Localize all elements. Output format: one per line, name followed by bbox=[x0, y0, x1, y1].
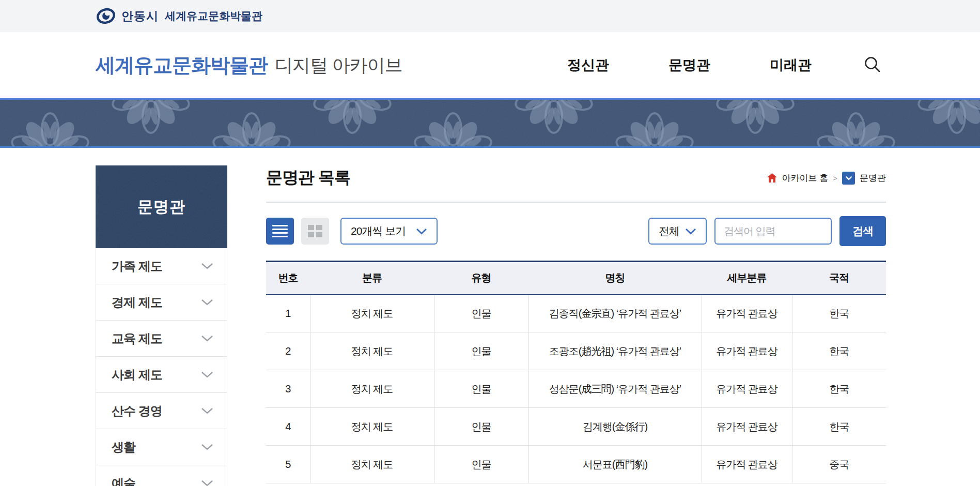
cell-category: 정치 제도 bbox=[310, 446, 434, 483]
content-area: 문명관 가족 제도 경제 제도 교육 제도 bbox=[0, 165, 980, 486]
cell-type: 인물 bbox=[434, 332, 528, 370]
site-subtitle: 디지털 아카이브 bbox=[275, 53, 402, 78]
section-divider bbox=[266, 202, 886, 203]
cell-name[interactable]: 성삼문(成三問) ‘유가적 관료상’ bbox=[528, 370, 702, 408]
list-view-button[interactable] bbox=[266, 218, 294, 245]
main-header: 세계유교문화박물관 디지털 아카이브 정신관 문명관 미래관 bbox=[0, 32, 980, 98]
sidebar-item-label: 가족 제도 bbox=[112, 258, 162, 275]
items-table: 번호 분류 유형 명칭 세부분류 국적 1 정치 제도 인물 김종직(金宗直) … bbox=[266, 261, 886, 483]
search-field-value: 전체 bbox=[659, 224, 679, 238]
table-body: 1 정치 제도 인물 김종직(金宗直) ‘유가적 관료상’ 유가적 관료상 한국… bbox=[266, 295, 886, 483]
sidebar-menu-item[interactable]: 생활 bbox=[96, 429, 227, 465]
table-row[interactable]: 1 정치 제도 인물 김종직(金宗直) ‘유가적 관료상’ 유가적 관료상 한국 bbox=[266, 295, 886, 332]
search-icon bbox=[862, 55, 883, 75]
cell-nationality: 한국 bbox=[792, 370, 886, 408]
site-title[interactable]: 세계유교문화박물관 bbox=[96, 52, 268, 79]
sidebar-item-label: 경제 제도 bbox=[112, 294, 162, 311]
sidebar-item-label: 사회 제도 bbox=[112, 367, 162, 383]
cell-category: 정치 제도 bbox=[310, 332, 434, 370]
sidebar-menu-item[interactable]: 경제 제도 bbox=[96, 284, 227, 321]
sidebar: 문명관 가족 제도 경제 제도 교육 제도 bbox=[96, 165, 227, 486]
col-category: 분류 bbox=[310, 262, 434, 295]
breadcrumb-current: 문명관 bbox=[860, 172, 886, 184]
chevron-down-icon bbox=[201, 371, 213, 378]
site-logo[interactable]: 안동시 세계유교문화박물관 bbox=[96, 6, 262, 26]
chevron-down-icon bbox=[201, 480, 213, 486]
col-number: 번호 bbox=[266, 262, 310, 295]
sidebar-menu-item[interactable]: 가족 제도 bbox=[96, 248, 227, 284]
decorative-banner bbox=[0, 98, 980, 148]
grid-view-button[interactable] bbox=[301, 218, 329, 245]
col-subcategory: 세부분류 bbox=[702, 262, 792, 295]
cell-type: 인물 bbox=[434, 408, 528, 446]
table-row[interactable]: 3 정치 제도 인물 성삼문(成三問) ‘유가적 관료상’ 유가적 관료상 한국 bbox=[266, 370, 886, 408]
andong-swirl-icon bbox=[96, 6, 116, 26]
cell-name[interactable]: 김종직(金宗直) ‘유가적 관료상’ bbox=[528, 295, 702, 332]
logo-city-text: 안동시 bbox=[121, 8, 159, 24]
sidebar-menu-item[interactable]: 교육 제도 bbox=[96, 321, 227, 357]
cell-subcategory: 유가적 관료상 bbox=[702, 408, 792, 446]
cell-nationality: 한국 bbox=[792, 408, 886, 446]
cell-number: 4 bbox=[266, 408, 310, 446]
sidebar-menu-item[interactable]: 예술 bbox=[96, 465, 227, 486]
sidebar-menu-item[interactable]: 사회 제도 bbox=[96, 357, 227, 393]
col-name: 명칭 bbox=[528, 262, 702, 295]
cell-number: 2 bbox=[266, 332, 310, 370]
logo-org-text: 세계유교문화박물관 bbox=[165, 9, 262, 23]
banner-pattern bbox=[0, 100, 980, 146]
breadcrumb-dropdown[interactable] bbox=[842, 172, 855, 185]
col-type: 유형 bbox=[434, 262, 528, 295]
sidebar-item-label: 산수 경영 bbox=[112, 403, 162, 419]
page-title: 문명관 목록 bbox=[266, 166, 350, 189]
cell-subcategory: 유가적 관료상 bbox=[702, 370, 792, 408]
cell-name[interactable]: 김계행(金係行) bbox=[528, 408, 702, 446]
header-search-button[interactable] bbox=[861, 53, 884, 77]
search-field-select[interactable]: 전체 bbox=[648, 218, 707, 245]
sidebar-menu-item[interactable]: 산수 경영 bbox=[96, 393, 227, 429]
cell-subcategory: 유가적 관료상 bbox=[702, 332, 792, 370]
per-page-value: 20개씩 보기 bbox=[351, 224, 406, 238]
search-input[interactable] bbox=[714, 218, 832, 245]
utility-bar: 안동시 세계유교문화박물관 bbox=[0, 0, 980, 32]
cell-subcategory: 유가적 관료상 bbox=[702, 295, 792, 332]
nav-item[interactable]: 정신관 bbox=[567, 56, 609, 74]
cell-nationality: 중국 bbox=[792, 446, 886, 483]
cell-nationality: 한국 bbox=[792, 332, 886, 370]
cell-number: 5 bbox=[266, 446, 310, 483]
table-row[interactable]: 4 정치 제도 인물 김계행(金係行) 유가적 관료상 한국 bbox=[266, 408, 886, 446]
chevron-down-icon bbox=[845, 176, 852, 180]
sidebar-item-label: 생활 bbox=[112, 439, 135, 455]
breadcrumb-separator: > bbox=[833, 174, 837, 183]
chevron-down-icon bbox=[201, 263, 213, 270]
cell-name[interactable]: 서문표(西門豹) bbox=[528, 446, 702, 483]
cell-category: 정치 제도 bbox=[310, 370, 434, 408]
table-row[interactable]: 5 정치 제도 인물 서문표(西門豹) 유가적 관료상 중국 bbox=[266, 446, 886, 483]
cell-type: 인물 bbox=[434, 295, 528, 332]
cell-type: 인물 bbox=[434, 446, 528, 483]
chevron-down-icon bbox=[201, 299, 213, 306]
cell-type: 인물 bbox=[434, 370, 528, 408]
list-view-icon bbox=[272, 225, 288, 226]
table-row[interactable]: 2 정치 제도 인물 조광조(趙光祖) ‘유가적 관료상’ 유가적 관료상 한국 bbox=[266, 332, 886, 370]
chevron-down-icon bbox=[685, 228, 696, 235]
table-header-row: 번호 분류 유형 명칭 세부분류 국적 bbox=[266, 262, 886, 295]
grid-view-icon bbox=[308, 225, 314, 230]
sidebar-item-label: 예술 bbox=[112, 475, 135, 486]
sidebar-header: 문명관 bbox=[96, 165, 227, 248]
cell-name[interactable]: 조광조(趙光祖) ‘유가적 관료상’ bbox=[528, 332, 702, 370]
per-page-select[interactable]: 20개씩 보기 bbox=[340, 218, 438, 245]
chevron-down-icon bbox=[201, 335, 213, 342]
nav-item[interactable]: 문명관 bbox=[668, 56, 710, 74]
breadcrumb-home[interactable]: 아카이브 홈 bbox=[782, 172, 829, 184]
cell-subcategory: 유가적 관료상 bbox=[702, 446, 792, 483]
sidebar-menu: 가족 제도 경제 제도 교육 제도 bbox=[96, 248, 227, 486]
breadcrumb: 아카이브 홈 > 문명관 bbox=[767, 172, 886, 185]
col-nationality: 국적 bbox=[792, 262, 886, 295]
home-icon[interactable] bbox=[767, 173, 777, 183]
global-nav: 정신관 문명관 미래관 bbox=[508, 53, 884, 77]
main-panel: 문명관 목록 아카이브 홈 > 문명관 bbox=[266, 165, 886, 483]
chevron-down-icon bbox=[201, 407, 213, 415]
search-submit-button[interactable]: 검색 bbox=[839, 216, 886, 246]
nav-item[interactable]: 미래관 bbox=[770, 56, 812, 74]
chevron-down-icon bbox=[201, 444, 213, 451]
